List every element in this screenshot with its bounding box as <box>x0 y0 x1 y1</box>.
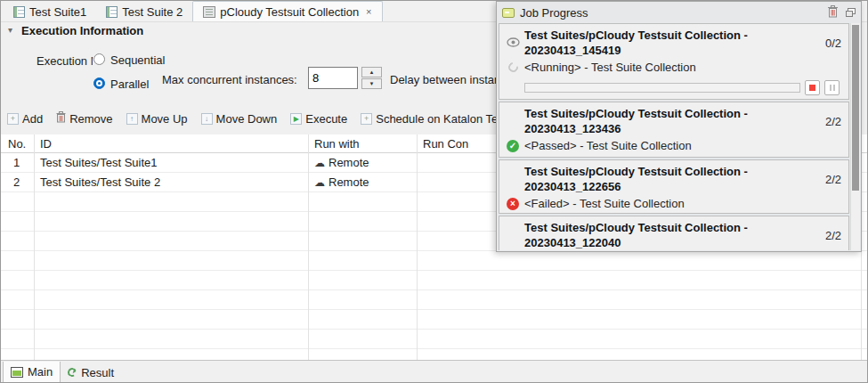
stop-job-button[interactable] <box>805 80 820 95</box>
column-header-run-config[interactable]: Run Con <box>423 137 468 151</box>
execution-mode-label: Execution Mo <box>37 54 93 68</box>
move-down-icon: ↓ <box>201 113 213 125</box>
tab-label: Test Suite 2 <box>122 5 183 19</box>
cell-run-with: ☁Remote <box>314 156 369 169</box>
tab-pcloudy-testsuit-collection[interactable]: pCloudy Testsuit Collection × <box>192 1 382 21</box>
remove-button[interactable]: Remove <box>56 111 112 126</box>
job-status: <Passed> - Test Suite Collection <box>524 139 692 152</box>
failed-cross-icon: × <box>507 198 519 210</box>
close-icon[interactable]: × <box>366 7 371 16</box>
schedule-icon: + <box>361 113 372 125</box>
job-progress-header: Job Progress <box>497 2 861 23</box>
minimize-panel-icon[interactable] <box>846 6 856 20</box>
max-concurrent-input[interactable] <box>308 67 358 89</box>
job-progress-icon <box>502 8 515 18</box>
parallel-label: Parallel <box>110 77 149 91</box>
parallel-radio[interactable] <box>93 77 105 89</box>
job-status: <Running> - Test Suite Collection <box>524 61 696 74</box>
move-down-label: Move Down <box>216 112 278 126</box>
panel-scrollbar[interactable] <box>850 23 860 250</box>
trash-icon <box>56 111 66 126</box>
job-title: Test Suites/pCloudy Testsuit Collection … <box>524 106 796 136</box>
section-collapse-icon[interactable]: ▾ <box>8 25 12 35</box>
cell-id: Test Suites/Test Suite1 <box>40 156 158 169</box>
add-label: Add <box>22 112 43 126</box>
column-header-run-with[interactable]: Run with <box>314 137 360 151</box>
section-title: Execution Information <box>21 24 143 37</box>
pause-icon <box>830 85 835 91</box>
move-up-button[interactable]: ↑ Move Up <box>126 112 188 126</box>
tab-label: Test Suite1 <box>29 5 86 19</box>
column-divider <box>308 134 309 360</box>
tab-result[interactable]: Result <box>61 362 121 383</box>
cloud-icon: ☁ <box>314 176 325 189</box>
add-button[interactable]: + Add <box>7 112 43 126</box>
main-view-icon <box>11 367 23 378</box>
result-tab-label: Result <box>81 366 114 379</box>
tab-main[interactable]: Main <box>3 362 61 383</box>
move-up-icon: ↑ <box>126 113 138 125</box>
job-count: 2/2 <box>825 173 845 186</box>
job-card-passed[interactable]: Test Suites/pCloudy Testsuit Collection … <box>499 102 849 158</box>
execute-label: Execute <box>305 112 347 126</box>
column-header-id[interactable]: ID <box>40 137 52 151</box>
job-status: <Failed> - Test Suite Collection <box>524 197 685 210</box>
running-spinner-icon <box>506 61 519 74</box>
job-card-running[interactable]: Test Suites/pCloudy Testsuit Collection … <box>499 23 849 100</box>
job-count: 2/2 <box>825 115 845 128</box>
stop-icon <box>809 85 815 91</box>
job-count: 2/2 <box>825 229 845 242</box>
move-down-button[interactable]: ↓ Move Down <box>201 112 278 126</box>
test-suite-collection-icon <box>203 6 215 18</box>
bottom-tab-bar: Main Result <box>1 360 868 383</box>
cloud-icon: ☁ <box>314 157 325 169</box>
job-progress-panel: Job Progress Test Suites/pCloudy Testsui… <box>496 1 862 252</box>
column-divider <box>417 134 418 360</box>
tab-test-suite1[interactable]: Test Suite1 <box>4 2 96 21</box>
chevron-up-icon: ▲ <box>369 69 375 75</box>
app-window: Test Suite1 Test Suite 2 pCloudy Testsui… <box>0 0 868 383</box>
passed-check-icon: ✓ <box>507 140 519 152</box>
test-suite-icon <box>106 6 118 18</box>
job-card-failed[interactable]: Test Suites/pCloudy Testsuit Collection … <box>499 159 849 214</box>
job-count: 0/2 <box>825 37 845 50</box>
delay-label: Delay between instar <box>390 73 498 86</box>
job-card[interactable]: Test Suites/pCloudy Testsuit Collection … <box>499 216 849 250</box>
run-with-value: Remote <box>329 175 369 189</box>
job-progress-list: Test Suites/pCloudy Testsuit Collection … <box>499 23 849 250</box>
tab-test-suite2[interactable]: Test Suite 2 <box>96 2 192 21</box>
cell-no: 2 <box>13 175 20 189</box>
test-suite-icon <box>13 6 25 18</box>
eye-icon <box>507 37 520 50</box>
move-up-label: Move Up <box>142 112 188 126</box>
sequential-label: Sequential <box>110 53 165 67</box>
job-title: Test Suites/pCloudy Testsuit Collection … <box>524 28 796 58</box>
scrollbar-thumb[interactable] <box>852 25 859 191</box>
result-refresh-icon <box>67 367 77 378</box>
job-progress-title: Job Progress <box>520 6 588 20</box>
cell-no: 1 <box>13 156 20 169</box>
clear-jobs-trash-icon[interactable] <box>827 4 839 20</box>
execute-play-icon: ▶ <box>290 113 302 125</box>
add-icon: + <box>7 113 19 125</box>
column-divider <box>34 134 35 360</box>
main-tab-label: Main <box>28 365 53 379</box>
execute-button[interactable]: ▶ Execute <box>290 112 347 126</box>
column-header-no[interactable]: No. <box>8 137 26 151</box>
max-concurrent-label: Max concurrent instances: <box>162 73 297 86</box>
cell-id: Test Suites/Test Suite 2 <box>40 175 160 189</box>
pause-job-button[interactable] <box>824 80 840 95</box>
run-with-value: Remote <box>329 156 369 169</box>
spinner-down-button[interactable]: ▼ <box>361 78 382 89</box>
spinner-up-button[interactable]: ▲ <box>361 67 382 77</box>
job-title: Test Suites/pCloudy Testsuit Collection … <box>524 220 796 250</box>
sequential-radio[interactable] <box>93 53 105 65</box>
chevron-down-icon: ▼ <box>369 81 375 86</box>
remove-label: Remove <box>69 112 112 126</box>
cell-run-with: ☁Remote <box>314 175 369 189</box>
job-progress-bar <box>524 83 800 93</box>
suite-toolbar: + Add Remove ↑ Move Up ↓ Move Down ▶ Exe… <box>7 109 528 128</box>
job-title: Test Suites/pCloudy Testsuit Collection … <box>524 164 796 194</box>
tab-label: pCloudy Testsuit Collection <box>220 5 359 19</box>
